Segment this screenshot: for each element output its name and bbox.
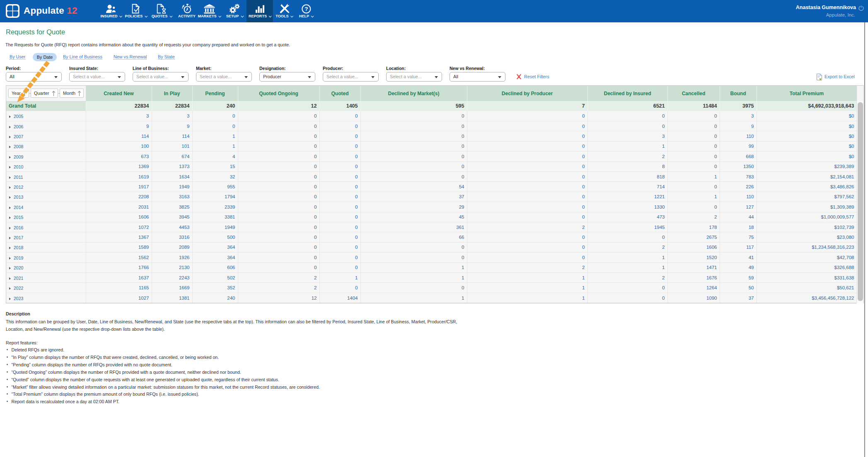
svg-text:x: x bbox=[819, 77, 822, 81]
svg-text:?: ? bbox=[305, 6, 308, 12]
